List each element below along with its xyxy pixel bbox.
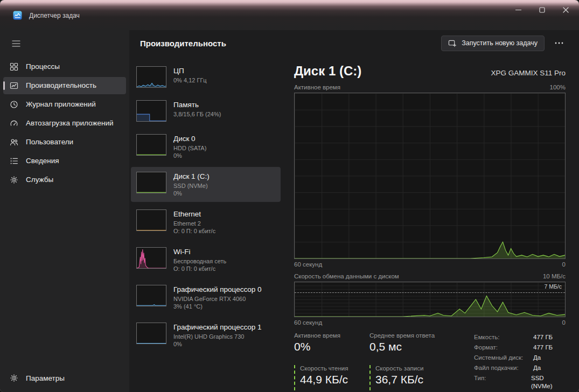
window-controls — [506, 2, 577, 18]
more-options-button[interactable] — [550, 36, 568, 51]
perf-item-cpu[interactable]: ЦП 0% 4,12 ГГц — [131, 61, 281, 93]
sidebar-item-performance[interactable]: Производительность — [3, 77, 126, 94]
perf-item-gpu1[interactable]: Графический процессор 1 Intel(R) UHD Gra… — [131, 318, 281, 353]
sidebar-nav: Процессы Производительность Журнал прило… — [3, 58, 126, 190]
window-title: Диспетчер задач — [29, 12, 80, 19]
main-header: Производительность Запустить новую задач… — [129, 30, 579, 56]
transfer-xright: 0 — [562, 319, 566, 326]
details-list-icon — [10, 157, 18, 165]
hamburger-menu-button[interactable] — [6, 34, 26, 53]
sidebar-item-users[interactable]: Пользователи — [3, 134, 126, 151]
stat-active-time: Активное время 0% — [294, 332, 358, 358]
stat-read-speed: Скорость чтения 44,9 КБ/с — [294, 365, 358, 391]
info-type: Тип: SSD (NVMe) — [474, 374, 566, 390]
close-button[interactable] — [554, 2, 577, 18]
sidebar-item-processes[interactable]: Процессы — [3, 58, 126, 75]
minimize-icon — [515, 7, 521, 13]
performance-chart-icon — [10, 81, 18, 90]
stat-avg-response-time: Среднее время ответа 0,5 мс — [369, 332, 456, 358]
more-options-icon — [555, 42, 563, 44]
stat-write-speed: Скорость записи 36,7 КБ/с — [369, 365, 456, 391]
info-page-file: Файл подкачки: Да — [474, 364, 566, 372]
ethernet-mini-chart — [136, 209, 166, 231]
sidebar-item-app-history[interactable]: Журнал приложений — [3, 96, 126, 113]
performance-device-list: ЦП 0% 4,12 ГГц Память 3,8/15,6 ГБ (24%) — [131, 61, 281, 392]
perf-item-gpu0[interactable]: Графический процессор 0 NVIDIA GeForce R… — [131, 280, 281, 315]
startup-gauge-icon — [10, 119, 18, 128]
perf-item-disk1[interactable]: Диск 1 (C:) SSD (NVMe) 0% — [131, 167, 281, 202]
memory-mini-chart — [136, 100, 166, 122]
app-history-clock-icon — [10, 100, 18, 109]
sidebar-item-services[interactable]: Службы — [3, 171, 126, 188]
navigation-sidebar: Процессы Производительность Журнал прило… — [0, 30, 129, 392]
sidebar-item-details[interactable]: Сведения — [3, 152, 126, 170]
disk0-mini-chart — [136, 134, 166, 156]
sidebar-item-startup-apps[interactable]: Автозагрузка приложений — [3, 115, 126, 132]
page-title: Производительность — [140, 39, 226, 48]
active-time-xright: 0 — [562, 261, 566, 268]
gpu0-mini-chart — [136, 285, 166, 306]
main-panel: Производительность Запустить новую задач… — [129, 30, 579, 392]
run-new-task-button[interactable]: Запустить новую задачу — [441, 36, 545, 51]
processes-grid-icon — [10, 62, 18, 71]
settings-gear-icon — [10, 374, 18, 382]
perf-item-disk0[interactable]: Диск 0 HDD (SATA) 0% — [131, 129, 281, 164]
device-model-name: XPG GAMMIX S11 Pro — [491, 69, 566, 77]
disk-stats: Активное время 0% Среднее время ответа 0… — [294, 332, 566, 390]
active-time-series — [295, 93, 565, 258]
perf-item-ethernet[interactable]: Ethernet Ethernet 2 О: 0 П: 0 кбит/с — [131, 205, 281, 240]
task-manager-app-icon — [13, 11, 22, 20]
sidebar-item-settings[interactable]: Параметры — [3, 369, 126, 387]
info-formatted: Формат: 477 ГБ — [474, 344, 566, 352]
transfer-axis-label: Скорость обмена данными с диском — [294, 273, 399, 279]
cpu-mini-chart — [136, 66, 166, 88]
hamburger-menu-icon — [12, 40, 20, 47]
info-system-disk: Системный диск: Да — [474, 354, 566, 362]
active-time-chart — [294, 93, 566, 259]
task-manager-window: Диспетчер задач Пр — [0, 0, 579, 392]
disk1-mini-chart — [136, 172, 166, 193]
close-icon — [563, 7, 569, 13]
info-capacity: Емкость: 477 ГБ — [474, 333, 566, 341]
titlebar: Диспетчер задач — [0, 0, 579, 30]
gpu1-mini-chart — [136, 323, 166, 344]
maximize-icon — [539, 7, 545, 13]
active-time-axis-label: Активное время — [294, 84, 340, 90]
performance-content: ЦП 0% 4,12 ГГц Память 3,8/15,6 ГБ (24%) — [129, 56, 579, 392]
transfer-ymax: 10 МБ/с — [543, 273, 566, 279]
transfer-rate-series — [295, 282, 565, 317]
wifi-mini-chart — [136, 247, 166, 269]
minimize-button[interactable] — [506, 2, 530, 18]
users-icon — [10, 138, 18, 146]
new-task-icon — [448, 39, 457, 47]
maximize-button[interactable] — [530, 2, 554, 18]
detail-title: Диск 1 (C:) — [294, 64, 361, 79]
disk-info-list: Емкость: 477 ГБ Формат: 477 ГБ Системный… — [474, 332, 566, 390]
disk-detail-panel: Диск 1 (C:) XPG GAMMIX S11 Pro Активное … — [294, 61, 566, 392]
active-time-xleft: 60 секунд — [294, 261, 322, 268]
perf-item-wifi[interactable]: Wi-Fi Беспроводная сеть О: 0 П: 0 кбит/с — [131, 242, 281, 277]
active-time-ymax: 100% — [550, 84, 566, 90]
perf-item-memory[interactable]: Память 3,8/15,6 ГБ (24%) — [131, 95, 281, 127]
transfer-xleft: 60 секунд — [294, 319, 322, 326]
transfer-rate-chart: 7 МБ/с — [294, 282, 566, 317]
services-gear-icon — [10, 176, 18, 184]
